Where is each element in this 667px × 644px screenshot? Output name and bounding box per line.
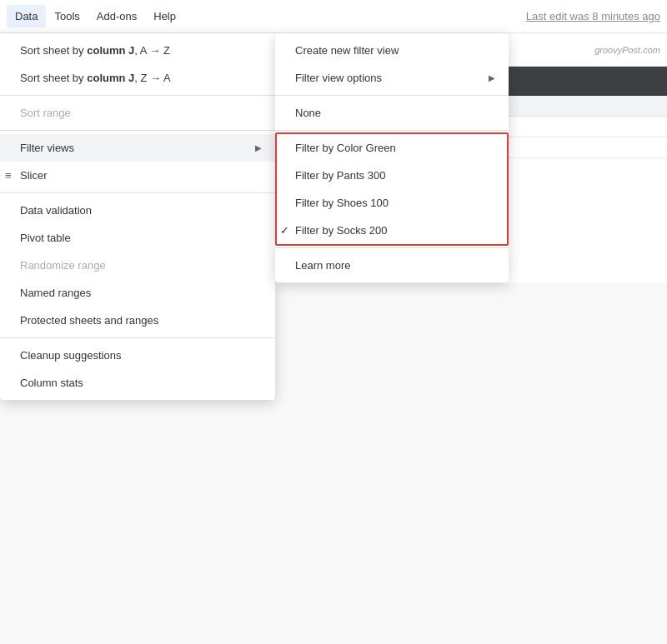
named-ranges-label: Named ranges bbox=[20, 287, 91, 299]
last-edit-label: Last edit was 8 minutes ago bbox=[526, 10, 660, 22]
filter-views-label: Filter views bbox=[20, 142, 74, 154]
protected-sheets-label: Protected sheets and ranges bbox=[20, 314, 158, 327]
filter-separator-1 bbox=[275, 95, 509, 96]
pivot-table-item[interactable]: Pivot table bbox=[0, 224, 275, 252]
cleanup-label: Cleanup suggestions bbox=[20, 349, 121, 362]
sort-range-label: Sort range bbox=[20, 107, 71, 119]
filter-view-options-item[interactable]: Filter view options ▶ bbox=[275, 64, 509, 92]
slicer-label: Slicer bbox=[20, 169, 48, 182]
filter-none-label: None bbox=[295, 107, 321, 119]
separator-2 bbox=[0, 130, 275, 131]
filter-color-green-item[interactable]: Filter by Color Green bbox=[275, 134, 509, 162]
sort-az-item[interactable]: Sort sheet by column J, A → Z bbox=[0, 37, 275, 64]
slicer-icon: ≡ bbox=[5, 169, 12, 182]
randomize-range-label: Randomize range bbox=[20, 259, 106, 272]
named-ranges-item[interactable]: Named ranges bbox=[0, 279, 275, 307]
create-filter-view-item[interactable]: Create new filter view bbox=[275, 37, 509, 64]
protected-sheets-item[interactable]: Protected sheets and ranges bbox=[0, 307, 275, 334]
column-stats-item[interactable]: Column stats bbox=[0, 369, 275, 397]
groovy-watermark: groovyPost.com bbox=[594, 45, 660, 55]
filter-shoes-label: Filter by Shoes 100 bbox=[295, 197, 389, 209]
learn-more-item[interactable]: Learn more bbox=[275, 252, 509, 279]
sort-za-label: Sort sheet by column J, Z → A bbox=[20, 72, 171, 84]
randomize-range-item: Randomize range bbox=[0, 252, 275, 279]
filter-socks-item[interactable]: ✓ Filter by Socks 200 bbox=[275, 217, 509, 244]
menu-addons[interactable]: Add-ons bbox=[88, 5, 145, 27]
sort-range-item: Sort range bbox=[0, 99, 275, 127]
data-validation-label: Data validation bbox=[20, 204, 92, 217]
filter-pants-label: Filter by Pants 300 bbox=[295, 169, 385, 182]
learn-more-label: Learn more bbox=[295, 259, 350, 272]
create-filter-view-label: Create new filter view bbox=[295, 44, 399, 57]
data-menu: Sort sheet by column J, A → Z Sort sheet… bbox=[0, 33, 275, 400]
menu-tools[interactable]: Tools bbox=[46, 5, 88, 27]
menu-help[interactable]: Help bbox=[145, 5, 184, 27]
slicer-item[interactable]: ≡ Slicer bbox=[0, 162, 275, 189]
filter-views-arrow: ▶ bbox=[255, 143, 262, 152]
filter-view-options-label: Filter view options bbox=[295, 72, 382, 84]
menu-bar: Data Tools Add-ons Help Last edit was 8 … bbox=[0, 0, 667, 33]
separator-1 bbox=[0, 95, 275, 96]
sort-az-label: Sort sheet by column J, A → Z bbox=[20, 44, 170, 57]
sort-za-item[interactable]: Sort sheet by column J, Z → A bbox=[0, 64, 275, 92]
filter-separator-3 bbox=[275, 247, 509, 248]
filter-pants-item[interactable]: Filter by Pants 300 bbox=[275, 162, 509, 189]
menu-data[interactable]: Data bbox=[7, 5, 46, 27]
filter-shoes-item[interactable]: Filter by Shoes 100 bbox=[275, 189, 509, 217]
filter-color-green-label: Filter by Color Green bbox=[295, 142, 396, 154]
data-validation-item[interactable]: Data validation bbox=[0, 197, 275, 224]
separator-4 bbox=[0, 337, 275, 338]
filter-separator-2 bbox=[275, 130, 509, 131]
checkmark-icon: ✓ bbox=[280, 224, 289, 237]
filter-view-options-arrow: ▶ bbox=[489, 73, 495, 82]
column-stats-label: Column stats bbox=[20, 377, 83, 389]
filter-views-item[interactable]: Filter views ▶ bbox=[0, 134, 275, 162]
separator-3 bbox=[0, 192, 275, 193]
filter-socks-label: Filter by Socks 200 bbox=[295, 224, 388, 237]
filter-none-item[interactable]: None bbox=[275, 99, 509, 127]
pivot-table-label: Pivot table bbox=[20, 232, 71, 244]
filter-submenu: Create new filter view Filter view optio… bbox=[275, 33, 509, 282]
cleanup-item[interactable]: Cleanup suggestions bbox=[0, 342, 275, 369]
